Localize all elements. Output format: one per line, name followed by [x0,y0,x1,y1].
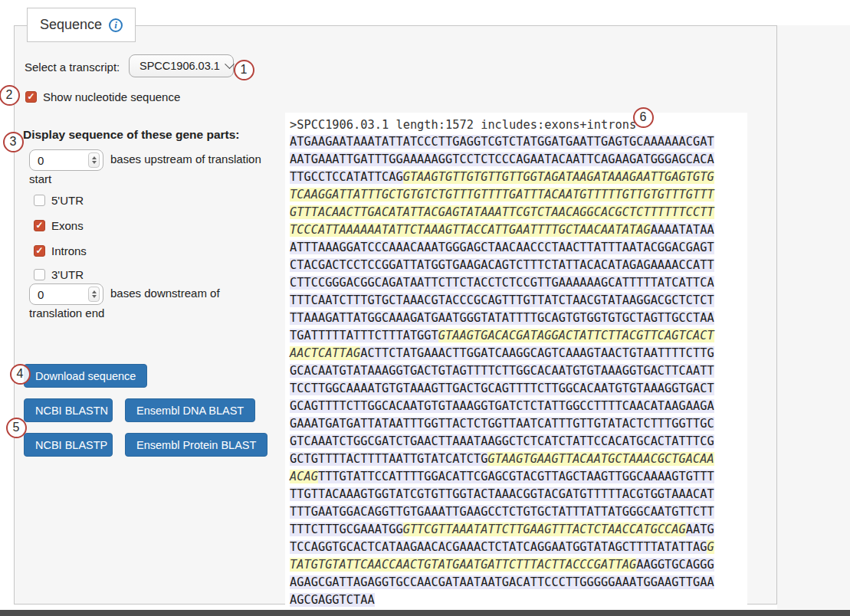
upstream-bases-inputbox [29,149,103,171]
stepper-icon[interactable] [88,287,100,302]
ensembl-dna-blast-button[interactable]: Ensembl DNA BLAST [125,398,255,422]
annotation-circle-1: 1 [234,60,254,80]
stepper-icon[interactable] [88,152,100,168]
downstream-bases-inputbox [29,283,103,305]
sequence-segment-exon: ACTTCTATGAAACTTGGATCAAGGCAGTCAAAGTAACTGT… [290,346,714,466]
download-sequence-button[interactable]: Download sequence [24,364,147,388]
ensembl-protein-blast-button[interactable]: Ensembl Protein BLAST [125,433,267,457]
sequence-segment-exon: AAAATATAAATTTAAAGGATCCCAAACAAATGGGAGCTAA… [290,223,714,342]
utr3-label: 3'UTR [51,268,84,281]
annotation-circle-5: 5 [6,418,27,438]
right-background [777,25,850,609]
section-title: Sequence [40,17,102,33]
gene-part-row: 5'UTR [34,194,84,207]
introns-label: Introns [51,244,87,257]
annotation-circle-6: 6 [633,107,654,128]
sequence-legend: Sequence i [27,8,136,42]
sequence-text: ATGAAGAATAAATATTATCCCTTGAGGTCGTCTATGGATG… [290,133,716,609]
show-nucleotide-label: Show nucleotide sequence [43,90,180,103]
downstream-bases-group: bases downstream of translation end [29,283,263,322]
utr3-checkbox[interactable] [34,269,45,280]
ncbi-blastp-button[interactable]: NCBI BLASTP [24,433,113,457]
gene-part-row: 3'UTR [34,268,84,281]
exons-label: Exons [51,219,84,232]
transcript-selected-value: SPCC1906.03.1 [139,60,220,72]
gene-part-row: Introns [34,244,87,257]
show-nucleotide-checkbox[interactable] [25,91,37,103]
utr5-checkbox[interactable] [34,195,45,206]
gene-parts-heading: Display sequence of these gene parts: [23,128,240,142]
chevron-down-icon [225,59,235,69]
info-icon[interactable]: i [109,18,123,32]
sequence-page: Sequence i Select a transcript: SPCC1906… [0,0,850,616]
annotation-circle-3: 3 [3,132,24,152]
sequence-panel: >SPCC1906.03.1 length:1572 includes:exon… [285,113,747,608]
annotation-circle-4: 4 [10,364,31,385]
introns-checkbox[interactable] [34,245,45,257]
transcript-select[interactable]: SPCC1906.03.1 [129,54,234,77]
sequence-fasta-header: >SPCC1906.03.1 length:1572 includes:exon… [290,116,747,133]
gene-part-row: Exons [34,219,84,232]
transcript-label: Select a transcript: [25,61,120,74]
ncbi-blastn-button[interactable]: NCBI BLASTN [24,398,113,422]
sequence-segment-intron: GTTCGTTAAATATTCTTGAAGTTTACTCTAACCATGCCAG [403,523,686,536]
upstream-bases-group: bases upstream of translation start [29,149,263,188]
bottom-bar [0,610,850,616]
utr5-label: 5'UTR [51,194,84,207]
exons-checkbox[interactable] [34,220,45,231]
annotation-circle-2: 2 [0,85,20,106]
show-nucleotide-row: Show nucleotide sequence [25,90,180,103]
